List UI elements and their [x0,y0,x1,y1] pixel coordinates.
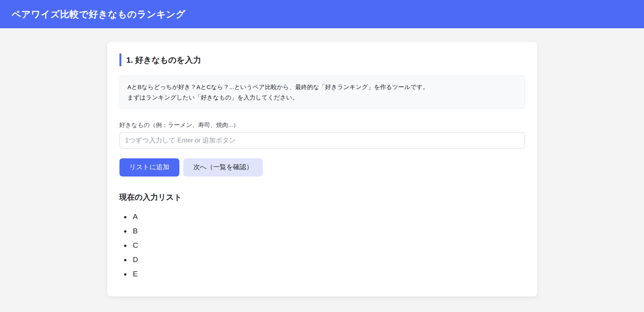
button-row: リストに追加 次へ（一覧を確認） [119,158,525,176]
next-button[interactable]: 次へ（一覧を確認） [183,158,263,176]
description-line-1: AとBならどっちが好き？AとCなら？...というペア比較から、最終的な「好きラン… [128,82,517,92]
current-input-list: A B C D E [119,213,525,278]
list-item: A [131,213,525,221]
list-item: C [131,241,525,250]
section-title-row: 1. 好きなものを入力 [119,53,525,66]
description-box: AとBならどっちが好き？AとCなら？...というペア比較から、最終的な「好きラン… [119,75,525,109]
item-input-label: 好きなもの（例：ラーメン、寿司、焼肉...） [119,121,525,129]
app-header: ペアワイズ比較で好きなものランキング [0,0,644,28]
list-item: D [131,255,525,264]
item-input[interactable] [119,132,525,149]
main-card: 1. 好きなものを入力 AとBならどっちが好き？AとCなら？...というペア比較… [107,42,537,297]
list-item: E [131,270,525,278]
section-title: 1. 好きなものを入力 [126,55,201,65]
list-item: B [131,227,525,235]
description-line-2: まずはランキングしたい「好きなもの」を入力してください。 [128,92,517,103]
current-list-heading: 現在の入力リスト [119,192,525,202]
app-title: ペアワイズ比較で好きなものランキング [12,8,185,21]
add-to-list-button[interactable]: リストに追加 [119,158,180,176]
section-accent-bar [119,53,121,66]
